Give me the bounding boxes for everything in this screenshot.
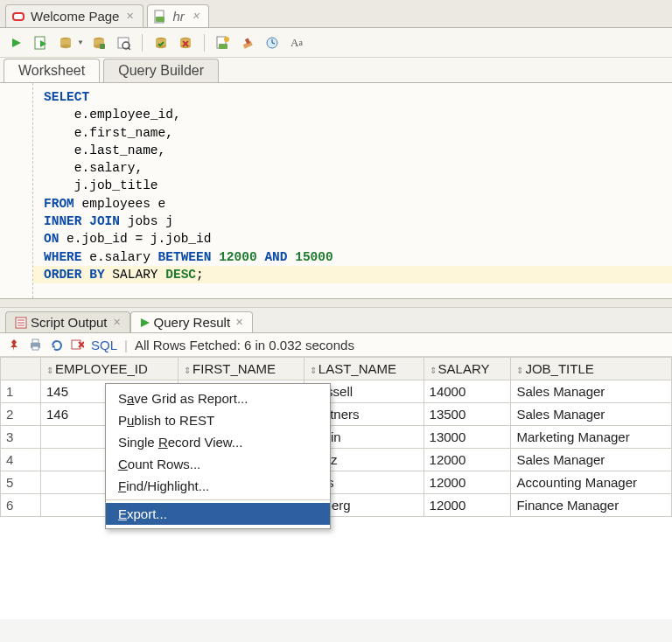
svg-rect-12 (100, 44, 105, 49)
sort-icon: ⇕ (430, 366, 437, 375)
table-row[interactable]: 3tstein13000Marketing Manager (1, 426, 672, 449)
cell-job-title[interactable]: Sales Manager (511, 449, 672, 471)
sort-icon: ⇕ (310, 366, 317, 375)
column-header-last-name[interactable]: ⇕LAST_NAME (304, 358, 424, 380)
cell-salary[interactable]: 12000 (424, 494, 511, 517)
autotrace-button[interactable] (89, 33, 108, 52)
result-tab-label: Query Result (154, 315, 231, 330)
cell-job-title[interactable]: Sales Manager (511, 403, 672, 426)
table-row[interactable]: 1145JohnRussell14000Sales Manager (1, 380, 672, 403)
context-menu-item[interactable]: Single Record View... (106, 431, 330, 453)
cell-job-title[interactable]: Accounting Manager (511, 471, 672, 494)
tab-query-builder[interactable]: Query Builder (103, 59, 219, 82)
file-tab-bar: Welcome Page ✕ hr ✕ (0, 0, 672, 28)
svg-marker-3 (12, 38, 21, 47)
cell-job-title[interactable]: Finance Manager (511, 494, 672, 517)
horizontal-splitter[interactable] (0, 299, 672, 308)
unshared-worksheet-button[interactable] (214, 33, 233, 52)
result-grid[interactable]: ⇕EMPLOYEE_ID ⇕FIRST_NAME ⇕LAST_NAME ⇕SAL… (0, 357, 672, 517)
column-header-salary[interactable]: ⇕SALARY (424, 358, 511, 380)
sql-code-area[interactable]: SELECT e.employee_id, e.first_name, e.la… (33, 83, 672, 298)
history-button[interactable] (262, 33, 282, 52)
grid-header-row: ⇕EMPLOYEE_ID ⇕FIRST_NAME ⇕LAST_NAME ⇕SAL… (1, 358, 672, 380)
to-uppercase-button[interactable]: Aa (287, 33, 306, 52)
table-row[interactable]: 6enberg12000Finance Manager (1, 494, 672, 517)
sort-icon: ⇕ (46, 366, 53, 375)
cell-salary[interactable]: 12000 (424, 449, 511, 471)
table-row[interactable]: 5gins12000Accounting Manager (1, 471, 672, 494)
context-menu-item[interactable]: Save Grid as Report... (106, 387, 330, 409)
dropdown-icon[interactable]: ▼ (77, 38, 84, 46)
tab-query-result[interactable]: Query Result ✕ (130, 311, 254, 332)
row-number-cell: 4 (1, 449, 41, 471)
close-icon[interactable]: ✕ (235, 317, 243, 328)
code-text: SALARY (112, 268, 158, 282)
cell-salary[interactable]: 12000 (424, 471, 511, 494)
run-statement-button[interactable] (7, 33, 26, 52)
explain-plan-button[interactable] (56, 33, 75, 52)
code-text: ; (196, 268, 204, 282)
column-header-job-title[interactable]: ⇕JOB_TITLE (511, 358, 672, 380)
kw-inner-join: INNER JOIN (44, 214, 120, 228)
svg-rect-39 (32, 346, 38, 350)
table-row[interactable]: 4zuriz12000Sales Manager (1, 449, 672, 471)
cell-salary[interactable]: 14000 (424, 380, 511, 403)
kw-on: ON (44, 232, 59, 246)
editor-gutter (0, 83, 33, 298)
file-tab-welcome[interactable]: Welcome Page ✕ (5, 4, 144, 27)
commit-button[interactable] (151, 33, 171, 52)
code-text: e.salary, (74, 161, 143, 175)
context-menu-item[interactable]: Count Rows... (106, 453, 330, 475)
file-tab-hr[interactable]: hr ✕ (147, 4, 208, 27)
code-text: e.last_name, (74, 143, 165, 157)
cell-salary[interactable]: 13500 (424, 403, 511, 426)
sql-tuning-button[interactable] (114, 33, 133, 52)
refresh-button[interactable] (49, 338, 63, 352)
toolbar-separator (204, 34, 205, 52)
close-icon[interactable]: ✕ (192, 10, 200, 22)
row-number-cell: 2 (1, 403, 41, 426)
code-text: e.first_name, (74, 126, 173, 140)
run-script-button[interactable] (32, 33, 51, 52)
result-toolbar: SQL | All Rows Fetched: 6 in 0.032 secon… (0, 332, 672, 357)
sql-link[interactable]: SQL (91, 338, 117, 352)
svg-rect-2 (156, 17, 164, 22)
row-number-cell: 3 (1, 426, 41, 449)
cell-job-title[interactable]: Sales Manager (511, 380, 672, 403)
svg-rect-25 (219, 44, 228, 49)
print-button[interactable] (28, 338, 42, 352)
column-label: FIRST_NAME (192, 361, 276, 376)
tab-script-output[interactable]: Script Output ✕ (5, 311, 130, 332)
close-icon[interactable]: ✕ (113, 317, 121, 328)
rollback-button[interactable] (176, 33, 195, 52)
literal-number: 12000 (219, 250, 257, 264)
svg-point-26 (224, 37, 229, 42)
kw-and: AND (264, 250, 287, 264)
context-menu-item[interactable]: Find/Highlight... (106, 475, 330, 497)
play-icon (140, 318, 150, 328)
table-row[interactable]: 2146KarenPartners13500Sales Manager (1, 403, 672, 426)
literal-number: 15000 (295, 250, 333, 264)
delete-row-button[interactable] (70, 338, 84, 352)
result-tab-label: Script Output (31, 315, 108, 330)
context-menu-item[interactable]: Export... (106, 503, 330, 525)
column-header-first-name[interactable]: ⇕FIRST_NAME (178, 358, 304, 380)
kw-from: FROM (44, 197, 74, 211)
tab-worksheet[interactable]: Worksheet (4, 59, 100, 82)
oracle-icon (11, 10, 25, 24)
column-label: LAST_NAME (318, 361, 396, 376)
row-number-cell: 6 (1, 494, 41, 517)
context-menu-item[interactable]: Publish to REST (106, 409, 330, 431)
pin-button[interactable] (7, 338, 21, 352)
sql-editor[interactable]: SELECT e.employee_id, e.first_name, e.la… (0, 82, 672, 299)
column-header-employee-id[interactable]: ⇕EMPLOYEE_ID (41, 358, 178, 380)
clear-button[interactable] (238, 33, 257, 52)
cell-job-title[interactable]: Marketing Manager (511, 426, 672, 449)
row-number-header (1, 358, 41, 380)
close-icon[interactable]: ✕ (126, 10, 134, 22)
kw-order-by: ORDER BY (44, 268, 105, 282)
cell-salary[interactable]: 13000 (424, 426, 511, 449)
code-text: jobs j (128, 214, 173, 228)
column-label: SALARY (438, 361, 490, 376)
sort-icon: ⇕ (516, 366, 523, 375)
